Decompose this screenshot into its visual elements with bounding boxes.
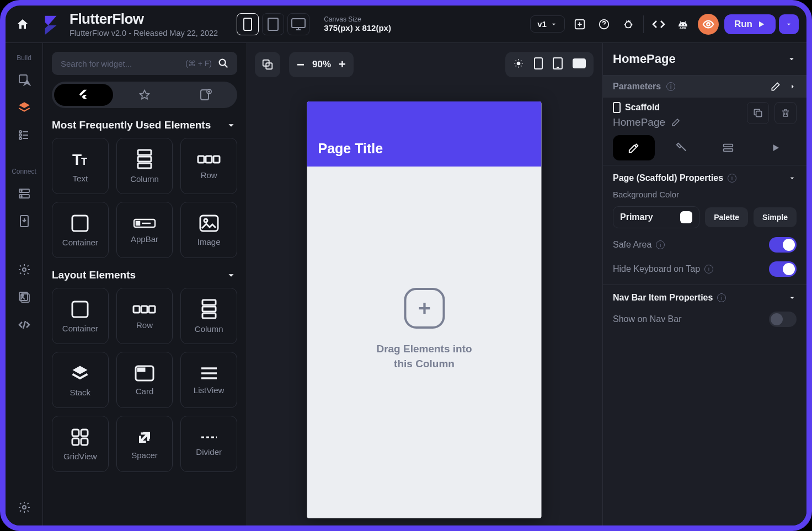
search-field[interactable]: (⌘ + F): [52, 52, 237, 75]
svg-rect-48: [138, 368, 145, 371]
svg-rect-42: [141, 306, 147, 313]
copy-icon[interactable]: [747, 102, 769, 124]
add-element-icon[interactable]: [404, 288, 445, 329]
element-card[interactable]: Card: [116, 352, 173, 408]
bg-color-selector[interactable]: Primary: [613, 206, 699, 228]
add-page-icon[interactable]: [570, 15, 589, 34]
info-icon[interactable]: i: [666, 82, 675, 91]
svg-text:APK: APK: [680, 26, 687, 30]
edit-icon[interactable]: [671, 117, 681, 127]
svg-point-13: [19, 137, 22, 140]
right-title: HomePage: [613, 52, 676, 66]
svg-point-55: [517, 62, 521, 66]
show-nav-label: Show on Nav Bar: [613, 314, 682, 324]
zoom-in-button[interactable]: +: [339, 57, 346, 72]
svg-rect-38: [200, 216, 218, 231]
chevron-down-icon[interactable]: [787, 54, 797, 64]
simple-button[interactable]: Simple: [754, 207, 797, 227]
canvas-tablet-icon[interactable]: [553, 57, 563, 72]
tab-add-component[interactable]: [176, 84, 235, 106]
preview-button[interactable]: [698, 14, 719, 35]
rail-embed-icon[interactable]: [13, 313, 36, 336]
hide-keyboard-toggle[interactable]: [769, 261, 797, 277]
drag-hint: Drag Elements intothis Column: [376, 342, 472, 371]
element-text[interactable]: TTText: [52, 138, 109, 194]
device-tablet-button[interactable]: [262, 13, 284, 35]
element-row-2[interactable]: Row: [116, 288, 173, 344]
chevron-down-icon[interactable]: [788, 293, 797, 302]
element-container[interactable]: Container: [52, 202, 109, 258]
rail-layers-icon[interactable]: [13, 96, 36, 119]
delete-icon[interactable]: [774, 102, 797, 124]
brand-subtitle: FlutterFlow v2.0 - Released May 22, 2022: [70, 29, 218, 37]
element-row[interactable]: Row: [180, 138, 237, 194]
element-spacer[interactable]: Spacer: [116, 416, 173, 472]
element-image[interactable]: Image: [180, 202, 237, 258]
palette-button[interactable]: Palette: [705, 207, 748, 227]
tab-premium[interactable]: [115, 84, 174, 106]
chevron-right-icon[interactable]: [789, 83, 797, 90]
info-icon[interactable]: i: [704, 265, 713, 273]
run-button[interactable]: Run: [724, 14, 776, 34]
rail-settings-icon[interactable]: [13, 258, 36, 281]
tab-animate[interactable]: [755, 135, 797, 160]
rail-gear-icon[interactable]: [13, 496, 36, 519]
element-container-2[interactable]: Container: [52, 288, 109, 344]
search-hint: (⌘ + F): [185, 59, 212, 68]
device-canvas[interactable]: Page Title Drag Elements intothis Column: [307, 101, 542, 518]
svg-point-9: [707, 23, 710, 26]
show-nav-toggle[interactable]: [769, 312, 797, 327]
svg-rect-41: [133, 306, 140, 313]
help-icon[interactable]: [595, 15, 613, 34]
rail-media-icon[interactable]: [13, 286, 36, 309]
info-icon[interactable]: i: [728, 174, 736, 183]
run-label: Run: [734, 19, 752, 30]
element-column-2[interactable]: Column: [180, 288, 237, 344]
device-phone-button[interactable]: [237, 13, 259, 35]
element-appbar[interactable]: AppBar: [116, 202, 173, 258]
search-input[interactable]: [60, 58, 185, 69]
element-listview[interactable]: ListView: [180, 352, 237, 408]
edit-icon[interactable]: [770, 81, 781, 92]
multiselect-button[interactable]: [255, 52, 280, 77]
chevron-down-icon[interactable]: [225, 119, 237, 131]
theme-toggle-icon[interactable]: [513, 58, 524, 71]
phone-body-column[interactable]: Drag Elements intothis Column: [307, 167, 542, 371]
chevron-down-icon[interactable]: [225, 269, 237, 281]
element-column[interactable]: Column: [116, 138, 173, 194]
zoom-out-button[interactable]: −: [297, 57, 304, 72]
run-more-button[interactable]: [779, 14, 799, 34]
safe-area-toggle[interactable]: [769, 237, 797, 253]
device-desktop-button[interactable]: [287, 13, 309, 35]
phone-appbar[interactable]: Page Title: [307, 101, 542, 167]
chevron-down-icon[interactable]: [788, 174, 797, 183]
svg-point-11: [19, 131, 22, 133]
element-gridview[interactable]: GridView: [52, 416, 109, 472]
tab-actions[interactable]: [660, 135, 702, 160]
scaffold-home-label: HomePage: [613, 116, 665, 128]
search-icon[interactable]: [217, 57, 229, 69]
canvas-phone-icon[interactable]: [534, 57, 543, 72]
info-icon[interactable]: i: [656, 240, 665, 249]
info-icon[interactable]: i: [717, 293, 726, 302]
element-divider[interactable]: Divider: [180, 416, 237, 472]
color-swatch: [680, 211, 692, 223]
rail-assets-icon[interactable]: [13, 68, 36, 92]
parameters-label: Parameters: [613, 82, 661, 92]
code-icon[interactable]: [649, 15, 668, 34]
svg-rect-0: [244, 18, 252, 30]
version-selector[interactable]: v1: [530, 15, 565, 33]
svg-rect-59: [613, 103, 620, 112]
bg-color-label: Background Color: [613, 190, 679, 199]
tab-flutter[interactable]: [54, 84, 113, 106]
tab-style[interactable]: [613, 135, 655, 160]
rail-database-icon[interactable]: [13, 182, 36, 205]
element-stack[interactable]: Stack: [52, 352, 109, 408]
rail-download-icon[interactable]: [13, 210, 36, 233]
home-icon[interactable]: [13, 15, 32, 34]
bug-icon[interactable]: [619, 15, 638, 34]
canvas-keyboard-icon[interactable]: [573, 58, 586, 71]
tab-backend[interactable]: [708, 135, 750, 160]
rail-tree-icon[interactable]: [13, 124, 36, 147]
apk-icon[interactable]: APK: [674, 15, 692, 34]
